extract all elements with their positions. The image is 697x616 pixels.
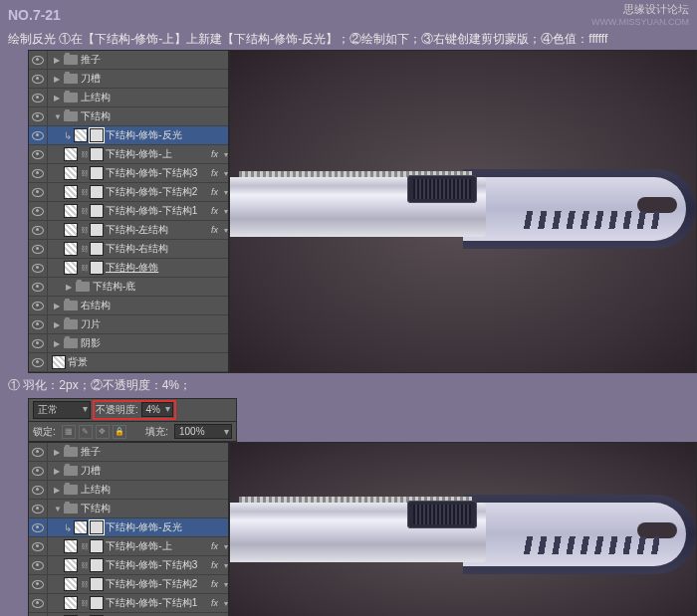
layer-row[interactable]: ⛓下结构-修饰-下结构2fx▾	[29, 183, 228, 202]
visibility-toggle[interactable]	[29, 126, 48, 144]
visibility-toggle[interactable]	[29, 481, 48, 499]
layer-name[interactable]: 下结构-修饰-下结构2	[106, 185, 211, 199]
layer-row[interactable]: ▶刀槽	[29, 70, 228, 89]
layer-name[interactable]: 下结构-修饰-反光	[106, 520, 228, 534]
layer-row[interactable]: ⛓下结构-修饰-上fx▾	[29, 145, 228, 164]
visibility-toggle[interactable]	[29, 297, 48, 314]
layer-name[interactable]: 下结构-修饰-反光	[106, 128, 228, 142]
fx-chevron-icon[interactable]: ▾	[224, 599, 228, 608]
link-icon[interactable]: ⛓	[81, 599, 89, 608]
visibility-toggle[interactable]	[29, 353, 48, 371]
layer-row[interactable]: ⛓下结构-修饰-下结构1fx▾	[29, 202, 228, 221]
layer-row[interactable]: ▼下结构	[29, 107, 228, 126]
visibility-toggle[interactable]	[29, 70, 48, 88]
layer-mask-thumb[interactable]	[90, 128, 104, 142]
layer-name[interactable]: 右结构	[81, 299, 228, 312]
layer-row[interactable]: ▶阴影	[29, 334, 228, 353]
layer-name[interactable]: 下结构-修饰-上	[106, 147, 211, 161]
layer-name[interactable]: 推子	[81, 53, 228, 67]
visibility-toggle[interactable]	[29, 500, 48, 517]
visibility-toggle[interactable]	[29, 145, 48, 163]
layer-name[interactable]: 下结构	[81, 502, 228, 515]
layer-row[interactable]: ▶刀槽	[29, 462, 228, 481]
canvas-bottom[interactable]	[229, 442, 697, 616]
expand-arrow-icon[interactable]: ▶	[54, 448, 62, 456]
visibility-toggle[interactable]	[29, 537, 48, 555]
layer-name[interactable]: 下结构-修饰-下结构3	[106, 558, 211, 572]
visibility-toggle[interactable]	[29, 556, 48, 574]
lock-move-icon[interactable]: ✥	[96, 425, 110, 439]
visibility-toggle[interactable]	[29, 107, 48, 125]
layer-row[interactable]: ▶推子	[29, 51, 228, 70]
layer-row[interactable]: ⛓下结构-修饰-下结构3fx▾	[29, 556, 228, 575]
layer-row[interactable]: ▶下结构-底	[29, 278, 228, 297]
fx-badge[interactable]: fx	[211, 149, 218, 159]
layer-row[interactable]: ▼下结构	[29, 500, 228, 518]
vector-mask-thumb[interactable]	[90, 558, 104, 572]
layer-mask-thumb[interactable]	[90, 520, 104, 534]
vector-mask-thumb[interactable]	[90, 223, 104, 237]
layer-row[interactable]: ⛓下结构-修饰-下结构1fx▾	[29, 594, 228, 613]
layer-name[interactable]: 下结构-修饰	[106, 261, 228, 275]
layer-name[interactable]: 下结构-左结构	[106, 223, 211, 237]
layer-name[interactable]: 阴影	[81, 336, 228, 350]
link-icon[interactable]: ⛓	[81, 580, 89, 589]
layers-panel-top[interactable]: ▶推子▶刀槽▶上结构▼下结构↳下结构-修饰-反光⛓下结构-修饰-上fx▾⛓下结构…	[28, 50, 229, 373]
layer-name[interactable]: 下结构-修饰-下结构2	[106, 577, 211, 591]
expand-arrow-icon[interactable]: ▶	[54, 56, 62, 64]
layer-name[interactable]: 下结构	[81, 109, 228, 123]
lock-pixels-icon[interactable]: ▦	[62, 425, 76, 439]
layer-name[interactable]: 下结构-修饰-下结构3	[106, 166, 211, 180]
expand-arrow-icon[interactable]: ▶	[54, 467, 62, 475]
visibility-toggle[interactable]	[29, 183, 48, 201]
fx-chevron-icon[interactable]: ▾	[224, 580, 228, 589]
expand-arrow-icon[interactable]: ▶	[54, 94, 62, 102]
fx-chevron-icon[interactable]: ▾	[224, 226, 228, 235]
layer-name[interactable]: 下结构-修饰-上	[106, 539, 211, 553]
vector-mask-thumb[interactable]	[90, 261, 104, 275]
opacity-dropdown[interactable]: 4%	[141, 402, 173, 417]
link-icon[interactable]: ⛓	[81, 226, 89, 235]
fx-chevron-icon[interactable]: ▾	[224, 169, 228, 178]
layer-name[interactable]: 下结构-修饰-下结构1	[106, 596, 211, 610]
link-icon[interactable]: ⛓	[81, 542, 89, 551]
fx-chevron-icon[interactable]: ▾	[224, 188, 228, 197]
fx-badge[interactable]: fx	[211, 598, 218, 608]
layer-row[interactable]: ⛓下结构-右结构	[29, 240, 228, 259]
link-icon[interactable]: ⛓	[81, 245, 89, 254]
fx-chevron-icon[interactable]: ▾	[224, 150, 228, 159]
layer-name[interactable]: 刀槽	[81, 464, 228, 478]
expand-arrow-icon[interactable]: ▶	[54, 339, 62, 347]
visibility-toggle[interactable]	[29, 594, 48, 612]
link-icon[interactable]: ⛓	[81, 188, 89, 197]
expand-arrow-icon[interactable]: ▶	[54, 302, 62, 309]
layer-row[interactable]: ▶上结构	[29, 89, 228, 107]
layer-name[interactable]: 上结构	[81, 91, 228, 104]
layer-row[interactable]: ⛓下结构-修饰-下结构2fx▾	[29, 575, 228, 594]
link-icon[interactable]: ⛓	[81, 150, 89, 159]
layer-row[interactable]: ▶右结构	[29, 297, 228, 315]
layer-name[interactable]: 下结构-右结构	[106, 242, 228, 256]
layer-row[interactable]: 背景	[29, 353, 228, 372]
link-icon[interactable]: ⛓	[81, 561, 89, 570]
vector-mask-thumb[interactable]	[90, 147, 104, 161]
layer-row[interactable]: ▶推子	[29, 443, 228, 462]
layer-name[interactable]: 上结构	[81, 483, 228, 497]
layer-row[interactable]: ⛓下结构-修饰	[29, 259, 228, 278]
layer-name[interactable]: 背景	[68, 355, 228, 369]
vector-mask-thumb[interactable]	[90, 185, 104, 199]
layer-row[interactable]: ▶刀片	[29, 315, 228, 334]
layer-name[interactable]: 刀槽	[81, 72, 228, 86]
fx-chevron-icon[interactable]: ▾	[224, 561, 228, 570]
expand-arrow-icon[interactable]: ▶	[54, 320, 62, 328]
layer-row[interactable]: ⛓下结构-左结构fx▾	[29, 221, 228, 240]
visibility-toggle[interactable]	[29, 443, 48, 461]
link-icon[interactable]: ⛓	[81, 169, 89, 178]
fx-badge[interactable]: fx	[211, 560, 218, 570]
visibility-toggle[interactable]	[29, 315, 48, 333]
layer-name[interactable]: 刀片	[81, 317, 228, 331]
layer-row[interactable]: ⛓下结构-修饰-下结构3fx▾	[29, 164, 228, 183]
fx-badge[interactable]: fx	[211, 579, 218, 589]
vector-mask-thumb[interactable]	[90, 539, 104, 553]
layer-name[interactable]: 推子	[81, 445, 228, 459]
